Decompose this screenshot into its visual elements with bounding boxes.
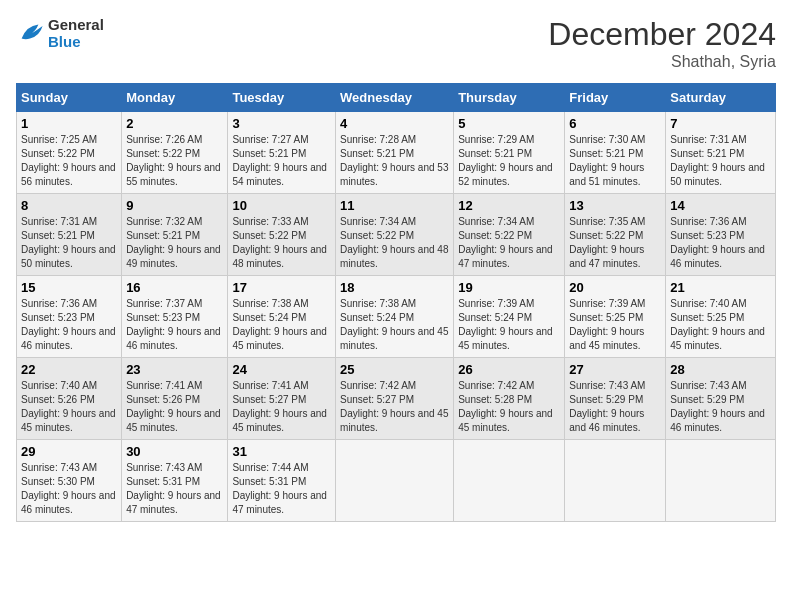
- title-block: December 2024 Shathah, Syria: [548, 16, 776, 71]
- day-number: 27: [569, 362, 661, 377]
- day-info: Sunrise: 7:44 AMSunset: 5:31 PMDaylight:…: [232, 461, 331, 517]
- day-info: Sunrise: 7:31 AMSunset: 5:21 PMDaylight:…: [21, 215, 117, 271]
- day-number: 6: [569, 116, 661, 131]
- calendar-cell: 4Sunrise: 7:28 AMSunset: 5:21 PMDaylight…: [336, 112, 454, 194]
- day-info: Sunrise: 7:40 AMSunset: 5:26 PMDaylight:…: [21, 379, 117, 435]
- calendar-cell: 12Sunrise: 7:34 AMSunset: 5:22 PMDayligh…: [454, 194, 565, 276]
- header-saturday: Saturday: [666, 84, 776, 112]
- day-number: 30: [126, 444, 223, 459]
- calendar-cell: 19Sunrise: 7:39 AMSunset: 5:24 PMDayligh…: [454, 276, 565, 358]
- day-number: 7: [670, 116, 771, 131]
- calendar-week-row: 22Sunrise: 7:40 AMSunset: 5:26 PMDayligh…: [17, 358, 776, 440]
- day-info: Sunrise: 7:39 AMSunset: 5:25 PMDaylight:…: [569, 297, 661, 353]
- day-number: 18: [340, 280, 449, 295]
- calendar-cell: 16Sunrise: 7:37 AMSunset: 5:23 PMDayligh…: [122, 276, 228, 358]
- header-monday: Monday: [122, 84, 228, 112]
- day-number: 22: [21, 362, 117, 377]
- day-info: Sunrise: 7:43 AMSunset: 5:29 PMDaylight:…: [670, 379, 771, 435]
- calendar-cell: 27Sunrise: 7:43 AMSunset: 5:29 PMDayligh…: [565, 358, 666, 440]
- day-info: Sunrise: 7:43 AMSunset: 5:29 PMDaylight:…: [569, 379, 661, 435]
- calendar-week-row: 1Sunrise: 7:25 AMSunset: 5:22 PMDaylight…: [17, 112, 776, 194]
- day-info: Sunrise: 7:40 AMSunset: 5:25 PMDaylight:…: [670, 297, 771, 353]
- calendar-cell: 7Sunrise: 7:31 AMSunset: 5:21 PMDaylight…: [666, 112, 776, 194]
- calendar-cell: 20Sunrise: 7:39 AMSunset: 5:25 PMDayligh…: [565, 276, 666, 358]
- calendar-cell: 8Sunrise: 7:31 AMSunset: 5:21 PMDaylight…: [17, 194, 122, 276]
- calendar-cell: [454, 440, 565, 522]
- day-number: 16: [126, 280, 223, 295]
- day-info: Sunrise: 7:38 AMSunset: 5:24 PMDaylight:…: [232, 297, 331, 353]
- day-number: 15: [21, 280, 117, 295]
- calendar-cell: 28Sunrise: 7:43 AMSunset: 5:29 PMDayligh…: [666, 358, 776, 440]
- logo-text: General Blue: [48, 16, 104, 50]
- day-number: 10: [232, 198, 331, 213]
- calendar-cell: 29Sunrise: 7:43 AMSunset: 5:30 PMDayligh…: [17, 440, 122, 522]
- page-title: December 2024: [548, 16, 776, 53]
- day-info: Sunrise: 7:27 AMSunset: 5:21 PMDaylight:…: [232, 133, 331, 189]
- day-info: Sunrise: 7:31 AMSunset: 5:21 PMDaylight:…: [670, 133, 771, 189]
- day-info: Sunrise: 7:37 AMSunset: 5:23 PMDaylight:…: [126, 297, 223, 353]
- day-info: Sunrise: 7:34 AMSunset: 5:22 PMDaylight:…: [340, 215, 449, 271]
- calendar-cell: [336, 440, 454, 522]
- calendar-week-row: 8Sunrise: 7:31 AMSunset: 5:21 PMDaylight…: [17, 194, 776, 276]
- header-friday: Friday: [565, 84, 666, 112]
- calendar-week-row: 29Sunrise: 7:43 AMSunset: 5:30 PMDayligh…: [17, 440, 776, 522]
- day-number: 25: [340, 362, 449, 377]
- day-number: 14: [670, 198, 771, 213]
- day-info: Sunrise: 7:30 AMSunset: 5:21 PMDaylight:…: [569, 133, 661, 189]
- day-info: Sunrise: 7:28 AMSunset: 5:21 PMDaylight:…: [340, 133, 449, 189]
- day-number: 12: [458, 198, 560, 213]
- calendar-cell: 6Sunrise: 7:30 AMSunset: 5:21 PMDaylight…: [565, 112, 666, 194]
- day-number: 26: [458, 362, 560, 377]
- day-number: 3: [232, 116, 331, 131]
- calendar-cell: 1Sunrise: 7:25 AMSunset: 5:22 PMDaylight…: [17, 112, 122, 194]
- calendar-cell: [565, 440, 666, 522]
- calendar-table: Sunday Monday Tuesday Wednesday Thursday…: [16, 83, 776, 522]
- day-info: Sunrise: 7:26 AMSunset: 5:22 PMDaylight:…: [126, 133, 223, 189]
- day-number: 8: [21, 198, 117, 213]
- header-sunday: Sunday: [17, 84, 122, 112]
- day-info: Sunrise: 7:42 AMSunset: 5:27 PMDaylight:…: [340, 379, 449, 435]
- day-number: 2: [126, 116, 223, 131]
- day-number: 31: [232, 444, 331, 459]
- calendar-header-row: Sunday Monday Tuesday Wednesday Thursday…: [17, 84, 776, 112]
- calendar-cell: 23Sunrise: 7:41 AMSunset: 5:26 PMDayligh…: [122, 358, 228, 440]
- day-info: Sunrise: 7:34 AMSunset: 5:22 PMDaylight:…: [458, 215, 560, 271]
- header-wednesday: Wednesday: [336, 84, 454, 112]
- day-info: Sunrise: 7:29 AMSunset: 5:21 PMDaylight:…: [458, 133, 560, 189]
- day-number: 21: [670, 280, 771, 295]
- calendar-cell: 14Sunrise: 7:36 AMSunset: 5:23 PMDayligh…: [666, 194, 776, 276]
- day-number: 28: [670, 362, 771, 377]
- day-number: 11: [340, 198, 449, 213]
- calendar-cell: 11Sunrise: 7:34 AMSunset: 5:22 PMDayligh…: [336, 194, 454, 276]
- day-number: 17: [232, 280, 331, 295]
- calendar-cell: 30Sunrise: 7:43 AMSunset: 5:31 PMDayligh…: [122, 440, 228, 522]
- calendar-cell: 26Sunrise: 7:42 AMSunset: 5:28 PMDayligh…: [454, 358, 565, 440]
- day-info: Sunrise: 7:33 AMSunset: 5:22 PMDaylight:…: [232, 215, 331, 271]
- day-info: Sunrise: 7:39 AMSunset: 5:24 PMDaylight:…: [458, 297, 560, 353]
- day-number: 20: [569, 280, 661, 295]
- header-thursday: Thursday: [454, 84, 565, 112]
- day-info: Sunrise: 7:36 AMSunset: 5:23 PMDaylight:…: [670, 215, 771, 271]
- day-number: 1: [21, 116, 117, 131]
- calendar-cell: 25Sunrise: 7:42 AMSunset: 5:27 PMDayligh…: [336, 358, 454, 440]
- day-info: Sunrise: 7:41 AMSunset: 5:26 PMDaylight:…: [126, 379, 223, 435]
- header-tuesday: Tuesday: [228, 84, 336, 112]
- day-info: Sunrise: 7:38 AMSunset: 5:24 PMDaylight:…: [340, 297, 449, 353]
- day-info: Sunrise: 7:43 AMSunset: 5:31 PMDaylight:…: [126, 461, 223, 517]
- calendar-cell: 24Sunrise: 7:41 AMSunset: 5:27 PMDayligh…: [228, 358, 336, 440]
- day-info: Sunrise: 7:41 AMSunset: 5:27 PMDaylight:…: [232, 379, 331, 435]
- day-number: 9: [126, 198, 223, 213]
- day-info: Sunrise: 7:42 AMSunset: 5:28 PMDaylight:…: [458, 379, 560, 435]
- calendar-cell: 3Sunrise: 7:27 AMSunset: 5:21 PMDaylight…: [228, 112, 336, 194]
- calendar-cell: [666, 440, 776, 522]
- day-info: Sunrise: 7:43 AMSunset: 5:30 PMDaylight:…: [21, 461, 117, 517]
- calendar-cell: 15Sunrise: 7:36 AMSunset: 5:23 PMDayligh…: [17, 276, 122, 358]
- calendar-cell: 18Sunrise: 7:38 AMSunset: 5:24 PMDayligh…: [336, 276, 454, 358]
- day-number: 19: [458, 280, 560, 295]
- day-info: Sunrise: 7:36 AMSunset: 5:23 PMDaylight:…: [21, 297, 117, 353]
- calendar-cell: 9Sunrise: 7:32 AMSunset: 5:21 PMDaylight…: [122, 194, 228, 276]
- logo: General Blue: [16, 16, 104, 50]
- day-info: Sunrise: 7:32 AMSunset: 5:21 PMDaylight:…: [126, 215, 223, 271]
- calendar-week-row: 15Sunrise: 7:36 AMSunset: 5:23 PMDayligh…: [17, 276, 776, 358]
- calendar-cell: 21Sunrise: 7:40 AMSunset: 5:25 PMDayligh…: [666, 276, 776, 358]
